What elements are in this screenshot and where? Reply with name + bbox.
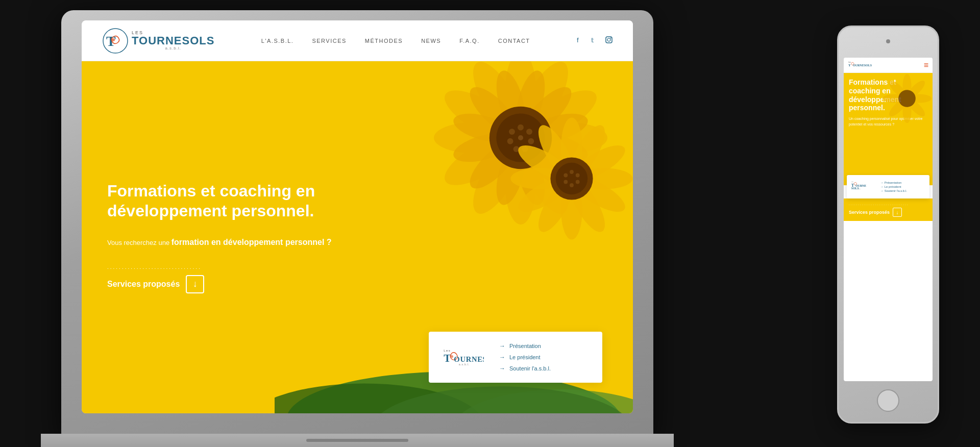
phone-hero: Formations et coaching en développement … bbox=[844, 73, 933, 185]
svg-point-83 bbox=[898, 90, 916, 107]
phone-dropdown-logo: Les T OURNE SOLS a.s.b.l. bbox=[851, 178, 876, 195]
social-icons: f 𝕥 bbox=[577, 36, 612, 45]
nav-services[interactable]: SERVICES bbox=[312, 38, 346, 44]
svg-point-55 bbox=[556, 163, 587, 194]
website-screen: T Les TOURNESOLS a.s.b.l. L'A.S.B.L. bbox=[82, 20, 633, 413]
nav-contact[interactable]: CONTACT bbox=[498, 38, 530, 44]
dropdown-link-president[interactable]: Le président bbox=[499, 354, 551, 361]
laptop-frame: T Les TOURNESOLS a.s.b.l. L'A.S.B.L. bbox=[61, 10, 653, 439]
svg-text:𝕥: 𝕥 bbox=[591, 37, 594, 43]
phone-sunflower bbox=[876, 73, 933, 129]
hero-cta[interactable]: Services proposés ↓ bbox=[107, 275, 332, 293]
svg-point-7 bbox=[610, 38, 611, 39]
phone-device: Les T OURNESOLS ≡ bbox=[837, 26, 939, 424]
phone-cta-label: Services proposés bbox=[849, 210, 890, 215]
laptop-device: T Les TOURNESOLS a.s.b.l. L'A.S.B.L. bbox=[61, 10, 653, 439]
phone-dropdown-logo-svg: Les T OURNE SOLS a.s.b.l. bbox=[851, 178, 876, 193]
svg-text:T: T bbox=[106, 33, 116, 49]
svg-text:T: T bbox=[444, 352, 451, 364]
laptop-base bbox=[41, 434, 674, 447]
svg-text:a.s.b.l.: a.s.b.l. bbox=[459, 363, 470, 366]
phone-dropdown-link-2[interactable]: → Le président bbox=[880, 185, 907, 188]
svg-point-56 bbox=[570, 170, 574, 174]
hero-dots: ................................ bbox=[107, 264, 332, 270]
dropdown-logo-svg: Les space T OURNESOLS a.s.b.l. bbox=[443, 342, 484, 373]
svg-text:OURNESOLS: OURNESOLS bbox=[853, 63, 872, 66]
svg-text:T: T bbox=[848, 63, 851, 67]
svg-point-60 bbox=[564, 180, 568, 184]
phone-dropdown-link-1[interactable]: → Présentation bbox=[880, 181, 907, 184]
laptop-bezel: T Les TOURNESOLS a.s.b.l. L'A.S.B.L. bbox=[82, 20, 633, 413]
phone-screen: Les T OURNESOLS ≡ bbox=[844, 58, 933, 381]
svg-point-2 bbox=[112, 38, 115, 41]
hero-subtitle-plain: Vous recherchez une bbox=[107, 239, 172, 246]
svg-point-58 bbox=[576, 180, 580, 184]
logo-icon: T bbox=[102, 28, 129, 54]
site-logo[interactable]: T Les TOURNESOLS a.s.b.l. bbox=[102, 28, 214, 54]
hero-title: Formations et coaching en développement … bbox=[107, 181, 332, 220]
hero-subtitle-strong: formation en développement personnel ? bbox=[172, 238, 332, 246]
dropdown-card: Les space T OURNESOLS a.s.b.l. bbox=[429, 332, 602, 383]
site-header: T Les TOURNESOLS a.s.b.l. L'A.S.B.L. bbox=[82, 20, 633, 61]
dropdown-link-presentation[interactable]: Présentation bbox=[499, 342, 551, 350]
phone-site-header: Les T OURNESOLS ≡ bbox=[844, 58, 933, 73]
svg-point-6 bbox=[607, 38, 610, 41]
hero-cta-label: Services proposés bbox=[107, 280, 180, 289]
svg-point-61 bbox=[564, 173, 568, 178]
dropdown-links: Présentation Le président Soutenir l'a.s… bbox=[499, 342, 551, 372]
svg-text:Les: Les bbox=[851, 181, 854, 183]
phone-dropdown-card: Les T OURNE SOLS a.s.b.l. → Présentation… bbox=[847, 175, 929, 198]
svg-text:OURNESOLS: OURNESOLS bbox=[454, 355, 484, 363]
svg-text:f: f bbox=[577, 36, 579, 43]
phone-arrow-icon[interactable]: ↓ bbox=[893, 208, 902, 217]
svg-point-57 bbox=[576, 173, 580, 178]
phone-logo: Les T OURNESOLS bbox=[848, 59, 878, 72]
hero-subtitle: Vous recherchez une formation en dévelop… bbox=[107, 236, 332, 249]
phone-logo-svg: Les T OURNESOLS bbox=[848, 59, 878, 70]
phone-camera bbox=[886, 39, 890, 43]
phone-hamburger-icon[interactable]: ≡ bbox=[924, 61, 928, 70]
svg-text:Les: Les bbox=[848, 61, 851, 63]
site-nav: L'A.S.B.L. SERVICES MÉTHODES NEWS F.A.Q.… bbox=[261, 38, 530, 44]
logo-text-group: Les TOURNESOLS a.s.b.l. bbox=[132, 31, 214, 51]
phone-cta-section: ................................ Service… bbox=[844, 198, 933, 221]
nav-news[interactable]: NEWS bbox=[421, 38, 441, 44]
hero-section: Formations et coaching en développement … bbox=[82, 61, 633, 413]
dropdown-logo: Les space T OURNESOLS a.s.b.l. bbox=[443, 342, 484, 373]
phone-hero-cta[interactable]: Services proposés ↓ bbox=[849, 208, 927, 217]
hero-arrow-icon[interactable]: ↓ bbox=[186, 275, 204, 293]
phone-dropdown-links: → Présentation → Le président → Soutenir… bbox=[880, 181, 907, 192]
sunflower-secondary-svg bbox=[505, 112, 633, 245]
svg-text:Les: Les bbox=[444, 349, 451, 352]
phone-home-button[interactable] bbox=[877, 389, 899, 412]
twitter-icon[interactable]: 𝕥 bbox=[591, 36, 598, 45]
hero-content: Formations et coaching en développement … bbox=[82, 161, 357, 313]
svg-point-69 bbox=[451, 355, 453, 358]
phone-dropdown-link-3[interactable]: → Soutenir l'a.s.b.l. bbox=[880, 189, 907, 192]
phone-hero-dots: ................................ bbox=[849, 203, 927, 206]
logo-asbl: a.s.b.l. bbox=[132, 46, 214, 51]
phone-frame: Les T OURNESOLS ≡ bbox=[837, 26, 939, 424]
nav-asbl[interactable]: L'A.S.B.L. bbox=[261, 38, 294, 44]
nav-faq[interactable]: F.A.Q. bbox=[459, 38, 480, 44]
facebook-icon[interactable]: f bbox=[577, 36, 584, 45]
svg-text:a.s.b.l.: a.s.b.l. bbox=[857, 188, 862, 190]
svg-point-59 bbox=[570, 183, 574, 187]
nav-methodes[interactable]: MÉTHODES bbox=[365, 38, 403, 44]
logo-main: TOURNESOLS bbox=[132, 35, 214, 46]
instagram-icon[interactable] bbox=[605, 36, 612, 45]
dropdown-link-soutenir[interactable]: Soutenir l'a.s.b.l. bbox=[499, 365, 551, 372]
